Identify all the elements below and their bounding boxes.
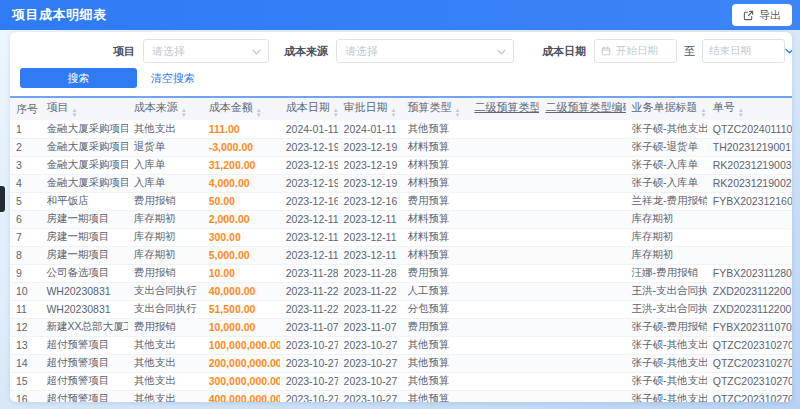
cell: 支出合同执行 [128, 300, 203, 318]
side-drawer-handle[interactable] [0, 186, 5, 212]
cell [539, 228, 625, 246]
cell [539, 390, 625, 402]
cell [539, 156, 625, 174]
cell: QTZC20231027002 [707, 372, 792, 390]
cell: 2023-10-27 [338, 372, 402, 390]
column-header-10[interactable]: 单号▲▼ [707, 98, 792, 120]
sort-icon[interactable]: ▲▼ [701, 108, 707, 118]
table-row: 5和平饭店费用报销50.002023-12-162023-12-16费用预算兰祥… [10, 192, 792, 210]
export-button[interactable]: 导出 [732, 4, 792, 26]
cell: 超付预警项目 [40, 336, 127, 354]
cell: 11 [10, 300, 40, 318]
column-header-7[interactable]: 二级预算类型▲▼ [468, 98, 539, 120]
cell: 张子硕-退货单 [626, 138, 707, 156]
sort-icon[interactable]: ▲▼ [454, 108, 460, 118]
cell: QTZC20231027002 [707, 336, 792, 354]
cell: 2023-10-27 [338, 336, 402, 354]
cell: 张子硕-其他支出 [626, 372, 707, 390]
cell: 51,500.00 [203, 300, 280, 318]
table-row: 9公司备选项目费用报销10.002023-11-282023-11-28费用预算… [10, 264, 792, 282]
cell: 2023-12-19 [338, 174, 402, 192]
chevron-down-icon [785, 48, 792, 54]
project-label: 项目 [113, 44, 135, 59]
start-date-input[interactable]: 开始日期 [594, 39, 677, 63]
cell: -3,000.00 [203, 138, 280, 156]
cell [539, 174, 625, 192]
cell: 材料预算 [401, 210, 468, 228]
cell: FYBX20231128001 [707, 264, 792, 282]
date-range-separator: 至 [684, 44, 695, 59]
end-date-input[interactable]: 结束日期 [702, 39, 785, 63]
column-header-5[interactable]: 审批日期▲▼ [338, 98, 402, 120]
expand-filter-link[interactable]: 展开筛选 [785, 44, 792, 59]
cell: 2023-12-11 [280, 210, 338, 228]
sort-icon[interactable]: ▲▼ [256, 108, 262, 118]
cell: WH20230831 [40, 282, 127, 300]
cell: 库存期初 [128, 228, 203, 246]
cell: 人工预算 [401, 282, 468, 300]
cell [539, 138, 625, 156]
start-date-placeholder: 开始日期 [616, 44, 658, 58]
cell: 15 [10, 372, 40, 390]
table-row: 6房建一期项目库存期初2,000.002023-12-112023-12-11材… [10, 210, 792, 228]
cell: 2023-11-22 [338, 300, 402, 318]
column-header-2[interactable]: 成本来源▲▼ [128, 98, 203, 120]
sort-icon[interactable]: ▲▼ [391, 108, 397, 118]
sort-icon[interactable]: ▲▼ [333, 108, 338, 118]
cell: 2023-11-07 [338, 318, 402, 336]
cost-source-select[interactable]: 请选择 [336, 39, 514, 63]
column-header-4[interactable]: 成本日期▲▼ [280, 98, 338, 120]
cell: 材料预算 [401, 156, 468, 174]
cell: 房建一期项目 [40, 210, 127, 228]
column-header-3[interactable]: 成本金额▲▼ [203, 98, 280, 120]
cell: QTZC20240111001 [707, 120, 792, 138]
cost-table: 序号项目▲▼成本来源▲▼成本金额▲▼成本日期▲▼审批日期▲▼预算类型▲▼二级预算… [10, 96, 792, 402]
cell [468, 372, 539, 390]
column-header-8[interactable]: 二级预算类型编码▲▼ [539, 98, 625, 120]
cell: 材料预算 [401, 246, 468, 264]
column-header-9[interactable]: 业务单据标题▲▼ [626, 98, 707, 120]
sort-icon[interactable]: ▲▼ [181, 108, 187, 118]
table-row: 7房建一期项目库存期初300.002023-12-112023-12-11材料预… [10, 228, 792, 246]
search-button[interactable]: 搜索 [20, 68, 137, 88]
cell: 张子硕-入库单 [626, 156, 707, 174]
project-select[interactable]: 请选择 [143, 39, 269, 63]
cell: 分包预算 [401, 300, 468, 318]
table-row: 8房建一期项目库存期初5,000.002023-12-112023-12-11材… [10, 246, 792, 264]
sort-icon[interactable]: ▲▼ [71, 108, 77, 118]
cell: 库存期初 [626, 246, 707, 264]
cell: 14 [10, 354, 40, 372]
cell: 库存期初 [626, 228, 707, 246]
cell [539, 282, 625, 300]
table-row: 12新建XX总部大厦工程二期费用报销10,000.002023-11-07202… [10, 318, 792, 336]
clear-search-button[interactable]: 清空搜索 [151, 71, 195, 86]
cell: 16 [10, 390, 40, 402]
sort-icon[interactable]: ▲▼ [738, 108, 744, 118]
cell: 费用预算 [401, 192, 468, 210]
cell: 2024-01-11 [280, 120, 338, 138]
column-header-6[interactable]: 预算类型▲▼ [401, 98, 468, 120]
cell [468, 138, 539, 156]
cell: 费用报销 [128, 264, 203, 282]
cost-source-label: 成本来源 [284, 44, 328, 59]
column-header-1[interactable]: 项目▲▼ [40, 98, 127, 120]
cell: 超付预警项目 [40, 372, 127, 390]
filter-project: 项目 请选择 [113, 39, 269, 63]
cell: 2024-01-11 [338, 120, 402, 138]
cell: 10 [10, 282, 40, 300]
cell: 2023-12-16 [338, 192, 402, 210]
cell: 2023-11-28 [280, 264, 338, 282]
cell [539, 318, 625, 336]
table-row: 13超付预警项目其他支出100,000,000.002023-10-272023… [10, 336, 792, 354]
cell: 2023-11-22 [338, 282, 402, 300]
cell: 5 [10, 192, 40, 210]
cell [539, 336, 625, 354]
cell: 超付预警项目 [40, 354, 127, 372]
table-row: 11WH20230831支出合同执行51,500.002023-11-22202… [10, 300, 792, 318]
column-header-0: 序号 [10, 98, 40, 120]
cell: 2023-11-22 [280, 300, 338, 318]
filter-cost-source: 成本来源 请选择 [284, 39, 514, 63]
cell [468, 120, 539, 138]
content-card: 项目 请选择 成本来源 请选择 成本日期 [10, 32, 792, 402]
cell: 材料预算 [401, 174, 468, 192]
